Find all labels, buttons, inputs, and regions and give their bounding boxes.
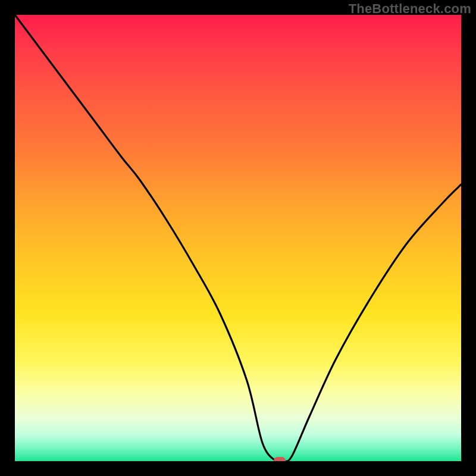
- watermark-text: TheBottleneck.com: [349, 1, 471, 17]
- plot-area: [15, 15, 461, 461]
- chart-frame: TheBottleneck.com: [0, 0, 476, 476]
- bottleneck-curve: [15, 15, 461, 461]
- optimal-point-marker: [274, 457, 286, 462]
